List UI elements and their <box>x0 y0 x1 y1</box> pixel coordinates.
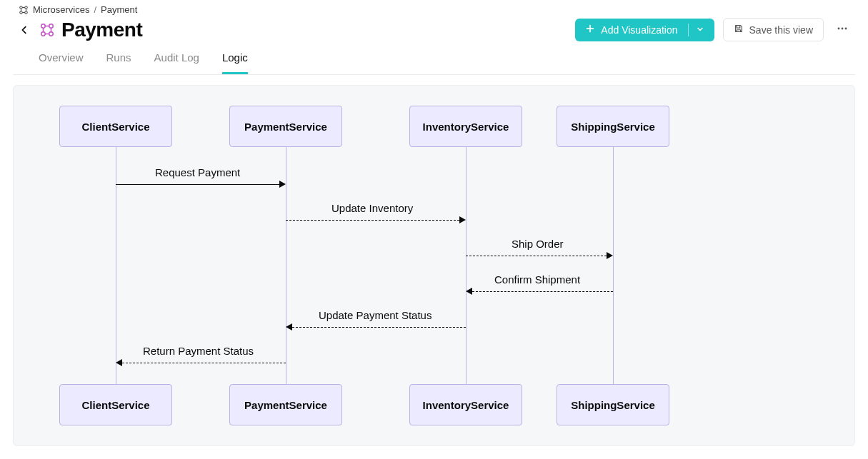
participant-bottom-0: ClientService <box>59 384 172 425</box>
message-label-2: Ship Order <box>512 238 564 250</box>
arrowhead-5 <box>116 359 122 366</box>
message-line-0 <box>116 184 279 185</box>
lifeline-0 <box>116 147 116 384</box>
message-label-0: Request Payment <box>155 166 240 178</box>
page-title: Payment <box>61 19 142 41</box>
svg-point-2 <box>20 11 23 14</box>
participant-bottom-1: PaymentService <box>229 384 342 425</box>
lifeline-2 <box>466 147 467 384</box>
svg-point-9 <box>842 27 844 29</box>
svg-point-7 <box>49 31 54 36</box>
participant-top-0: ClientService <box>59 106 172 147</box>
message-line-4 <box>292 327 466 328</box>
save-icon <box>734 24 744 36</box>
message-line-3 <box>472 291 613 292</box>
svg-point-1 <box>25 6 28 9</box>
service-icon <box>39 21 56 39</box>
tab-overview[interactable]: Overview <box>39 51 84 74</box>
breadcrumb-parent[interactable]: Microservices <box>33 4 89 15</box>
titlebar: Payment Add Visualization Save this view <box>0 16 868 41</box>
back-button[interactable] <box>17 23 31 37</box>
arrowhead-2 <box>607 252 613 259</box>
network-icon <box>19 5 29 15</box>
more-menu-button[interactable] <box>834 20 851 40</box>
arrowhead-1 <box>459 216 466 223</box>
participant-top-3: ShippingService <box>557 106 669 147</box>
arrowhead-3 <box>466 288 472 295</box>
tab-logic[interactable]: Logic <box>222 51 248 74</box>
arrowhead-4 <box>286 323 292 331</box>
save-view-label: Save this view <box>749 24 813 36</box>
svg-point-6 <box>41 31 46 36</box>
lifeline-3 <box>613 147 614 384</box>
plus-icon <box>585 24 595 36</box>
tab-audit-log[interactable]: Audit Log <box>154 51 199 74</box>
tab-runs[interactable]: Runs <box>106 51 131 74</box>
message-line-1 <box>286 220 459 221</box>
chevron-down-icon[interactable] <box>696 24 704 36</box>
message-label-1: Update Inventory <box>331 202 413 214</box>
message-line-2 <box>466 256 607 256</box>
participant-top-2: InventoryService <box>409 106 522 147</box>
message-line-5 <box>122 363 286 363</box>
participant-bottom-3: ShippingService <box>557 384 669 425</box>
button-divider <box>688 24 689 36</box>
sequence-diagram[interactable]: ClientService PaymentService InventorySe… <box>13 85 855 446</box>
breadcrumb-current: Payment <box>101 4 137 15</box>
message-label-4: Update Payment Status <box>319 309 431 321</box>
svg-point-10 <box>845 27 847 29</box>
svg-point-4 <box>41 24 46 28</box>
message-label-3: Confirm Shipment <box>494 273 580 286</box>
participant-bottom-2: InventoryService <box>409 384 522 425</box>
participant-top-1: PaymentService <box>229 106 342 147</box>
tabs: Overview Runs Audit Log Logic <box>13 41 855 75</box>
message-label-5: Return Payment Status <box>143 345 254 357</box>
save-view-button[interactable]: Save this view <box>723 18 824 41</box>
arrowhead-0 <box>279 181 286 188</box>
svg-point-5 <box>49 24 54 28</box>
svg-point-0 <box>20 6 23 9</box>
svg-point-3 <box>25 11 28 14</box>
add-visualization-button[interactable]: Add Visualization <box>575 19 714 41</box>
add-visualization-label: Add Visualization <box>601 24 677 36</box>
lifeline-1 <box>286 147 286 384</box>
breadcrumb-separator: / <box>94 4 96 15</box>
svg-point-8 <box>838 27 840 29</box>
breadcrumb: Microservices / Payment <box>0 0 868 16</box>
